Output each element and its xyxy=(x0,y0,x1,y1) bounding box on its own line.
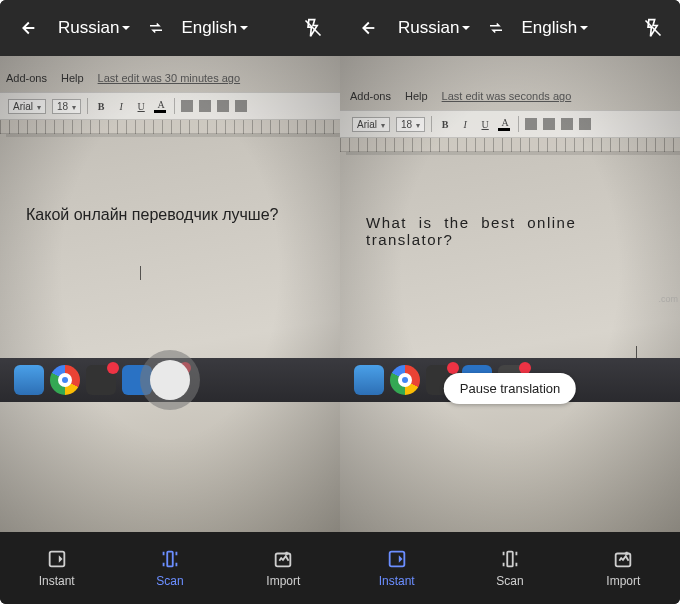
toolbar-misc-icon xyxy=(217,100,229,112)
nav-import-label: Import xyxy=(266,574,300,588)
nav-scan[interactable]: Scan xyxy=(113,532,226,604)
font-select: Arial xyxy=(8,99,46,114)
bottom-nav: Instant Scan Import xyxy=(0,532,340,604)
underline-icon: U xyxy=(478,119,492,130)
target-language[interactable]: English xyxy=(175,18,255,38)
text-cursor-icon xyxy=(140,266,141,280)
finder-icon xyxy=(354,365,384,395)
ruler xyxy=(0,120,340,134)
menu-addons: Add-ons xyxy=(6,72,47,84)
back-icon[interactable] xyxy=(6,7,48,49)
target-language-label: English xyxy=(181,18,237,38)
last-edit-text: Last edit was 30 minutes ago xyxy=(98,72,240,84)
right-screenshot: Russian English Add-ons Help Last edit w… xyxy=(340,0,680,604)
menu-help: Help xyxy=(405,90,428,102)
source-language[interactable]: Russian xyxy=(52,18,137,38)
nav-import-label: Import xyxy=(606,574,640,588)
document-text: Какой онлайн переводчик лучше? xyxy=(26,206,320,224)
bold-icon: B xyxy=(94,101,108,112)
bottom-nav: Instant Scan Import xyxy=(340,532,680,604)
chrome-icon xyxy=(50,365,80,395)
finder-icon xyxy=(14,365,44,395)
target-language[interactable]: English xyxy=(515,18,595,38)
camera-viewport: Add-ons Help Last edit was 30 minutes ag… xyxy=(0,56,340,532)
top-bar: Russian English xyxy=(340,0,680,56)
flash-off-icon[interactable] xyxy=(632,7,674,49)
toolbar-misc-icon xyxy=(181,100,193,112)
doc-menu: Add-ons Help Last edit was seconds ago xyxy=(350,90,680,102)
toolbar-misc-icon xyxy=(199,100,211,112)
italic-icon: I xyxy=(114,101,128,112)
source-language[interactable]: Russian xyxy=(392,18,477,38)
target-language-label: English xyxy=(521,18,577,38)
app-icon xyxy=(86,365,116,395)
nav-instant-label: Instant xyxy=(39,574,75,588)
menu-help: Help xyxy=(61,72,84,84)
document-text: What is the best online translator? xyxy=(366,214,660,248)
svg-rect-4 xyxy=(507,552,513,567)
chrome-icon xyxy=(390,365,420,395)
font-select: Arial xyxy=(352,117,390,132)
ruler xyxy=(340,138,680,152)
doc-toolbar: Arial 18 B I U A xyxy=(0,92,340,120)
toolbar-misc-icon xyxy=(543,118,555,130)
source-language-label: Russian xyxy=(398,18,459,38)
flash-off-icon[interactable] xyxy=(292,7,334,49)
watermark: .com xyxy=(658,294,678,304)
doc-toolbar: Arial 18 B I U A xyxy=(340,110,680,138)
left-screenshot: Russian English Add-ons Help Last edit w… xyxy=(0,0,340,604)
top-bar: Russian English xyxy=(0,0,340,56)
nav-instant[interactable]: Instant xyxy=(340,532,453,604)
size-select: 18 xyxy=(52,99,81,114)
source-language-label: Russian xyxy=(58,18,119,38)
camera-viewport: Add-ons Help Last edit was seconds ago A… xyxy=(340,56,680,532)
doc-menu: Add-ons Help Last edit was 30 minutes ag… xyxy=(6,72,340,84)
nav-scan-label: Scan xyxy=(496,574,523,588)
nav-scan-label: Scan xyxy=(156,574,183,588)
text-color-icon: A xyxy=(498,117,512,131)
text-color-icon: A xyxy=(154,99,168,113)
toolbar-misc-icon xyxy=(579,118,591,130)
italic-icon: I xyxy=(458,119,472,130)
pause-translation-label: Pause translation xyxy=(460,381,560,396)
bold-icon: B xyxy=(438,119,452,130)
toolbar-misc-icon xyxy=(525,118,537,130)
size-select: 18 xyxy=(396,117,425,132)
capture-button[interactable] xyxy=(140,350,200,410)
back-icon[interactable] xyxy=(346,7,388,49)
toolbar-misc-icon xyxy=(235,100,247,112)
menu-addons: Add-ons xyxy=(350,90,391,102)
nav-instant[interactable]: Instant xyxy=(0,532,113,604)
nav-instant-label: Instant xyxy=(379,574,415,588)
nav-scan[interactable]: Scan xyxy=(453,532,566,604)
swap-languages-icon[interactable] xyxy=(141,7,171,49)
nav-import[interactable]: Import xyxy=(227,532,340,604)
toolbar-misc-icon xyxy=(561,118,573,130)
underline-icon: U xyxy=(134,101,148,112)
svg-rect-1 xyxy=(167,552,173,567)
nav-import[interactable]: Import xyxy=(567,532,680,604)
pause-translation-button[interactable]: Pause translation xyxy=(444,373,576,404)
swap-languages-icon[interactable] xyxy=(481,7,511,49)
last-edit-text: Last edit was seconds ago xyxy=(442,90,572,102)
